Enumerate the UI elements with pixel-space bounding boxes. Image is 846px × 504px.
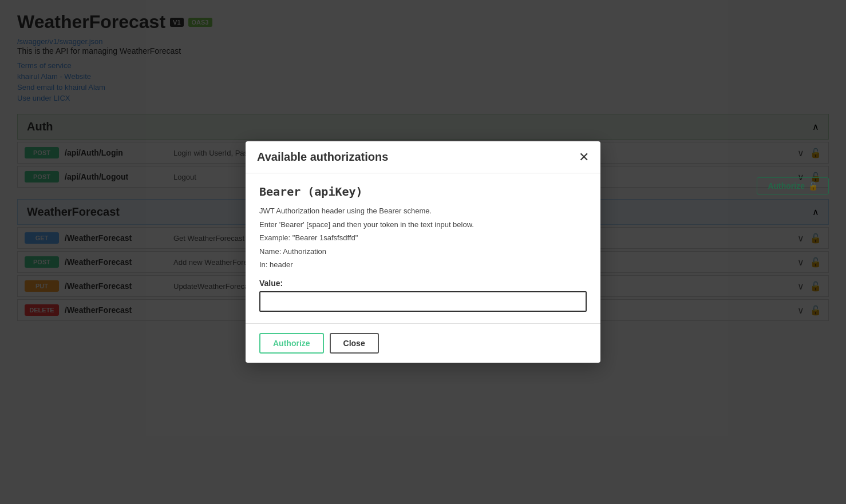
authorize-button[interactable]: Authorize bbox=[259, 333, 324, 354]
auth-info-line3: Example: "Bearer 1safsfsdffd" bbox=[259, 232, 587, 244]
auth-in-label: In: header bbox=[259, 259, 587, 271]
auth-info-line1: JWT Authorization header using the Beare… bbox=[259, 205, 587, 217]
auth-info-line2: Enter 'Bearer' [space] and then your tok… bbox=[259, 219, 587, 231]
value-input[interactable] bbox=[259, 291, 587, 312]
auth-name-label: Name: Authorization bbox=[259, 246, 587, 257]
modal-close-button[interactable]: ✕ bbox=[579, 151, 589, 164]
modal-body: Bearer (apiKey) JWT Authorization header… bbox=[246, 173, 600, 323]
modal-header: Available authorizations ✕ bbox=[246, 141, 600, 173]
bearer-title: Bearer (apiKey) bbox=[259, 185, 587, 199]
value-label: Value: bbox=[259, 279, 587, 288]
auth-modal: Available authorizations ✕ Bearer (apiKe… bbox=[246, 141, 600, 363]
close-button[interactable]: Close bbox=[330, 333, 379, 354]
modal-title: Available authorizations bbox=[257, 150, 388, 164]
modal-footer: Authorize Close bbox=[246, 323, 600, 363]
modal-overlay: Available authorizations ✕ Bearer (apiKe… bbox=[0, 0, 846, 504]
